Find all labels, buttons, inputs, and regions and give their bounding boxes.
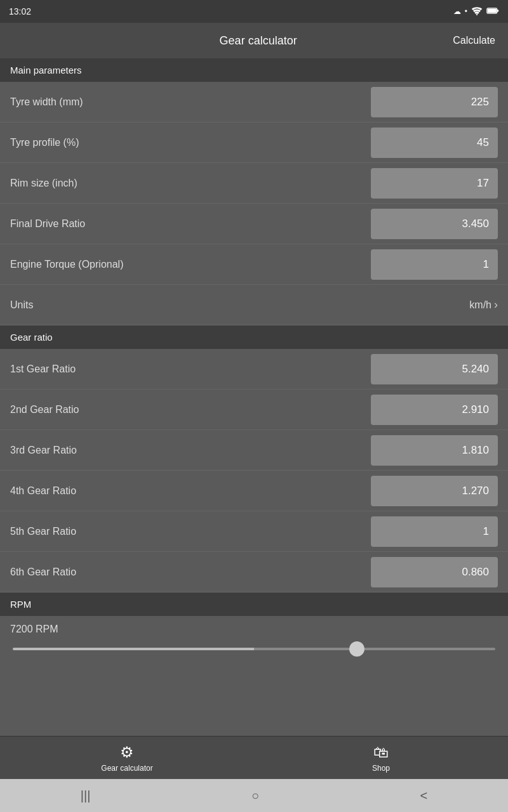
- gear-ratio-header: Gear ratio: [0, 325, 508, 349]
- rim-size-label: Rim size (inch): [10, 178, 371, 189]
- shop-icon: 🛍: [373, 743, 389, 761]
- rpm-slider-container: [10, 641, 498, 653]
- tyre-profile-input[interactable]: [371, 128, 498, 158]
- engine-torque-input[interactable]: [371, 249, 498, 280]
- gear-calc-icon: ⚙: [120, 743, 134, 761]
- rim-size-row: Rim size (inch): [0, 163, 508, 204]
- wifi-icon: [471, 6, 483, 17]
- svg-rect-2: [497, 10, 499, 11]
- gear-ratio-2-input[interactable]: [371, 395, 498, 425]
- engine-torque-row: Engine Torque (Oprional): [0, 244, 508, 285]
- final-drive-ratio-input[interactable]: [371, 209, 498, 239]
- nav-gear-calculator[interactable]: ⚙ Gear calculator: [0, 743, 254, 773]
- gear-ratio-1-row: 1st Gear Ratio: [0, 349, 508, 390]
- rpm-header: RPM: [0, 593, 508, 616]
- app-title: Gear calculator: [220, 34, 297, 48]
- gear-ratio-6-input[interactable]: [371, 557, 498, 587]
- bottom-nav: ⚙ Gear calculator 🛍 Shop: [0, 736, 508, 779]
- nav-back-button[interactable]: <: [408, 783, 441, 808]
- units-label: Units: [10, 299, 33, 311]
- svg-rect-3: [488, 8, 497, 13]
- gear-ratio-6-row: 6th Gear Ratio: [0, 552, 508, 593]
- gear-ratio-5-input[interactable]: [371, 516, 498, 547]
- gear-ratio-6-label: 6th Gear Ratio: [10, 566, 371, 578]
- nav-home-button[interactable]: ○: [239, 783, 272, 808]
- status-time: 13:02: [9, 6, 31, 16]
- nav-shop[interactable]: 🛍 Shop: [254, 743, 508, 773]
- cloud-icon: ☁: [453, 7, 461, 16]
- tyre-profile-label: Tyre profile (%): [10, 137, 371, 148]
- gear-ratio-4-label: 4th Gear Ratio: [10, 485, 371, 497]
- nav-menu-button[interactable]: |||: [68, 783, 104, 808]
- rpm-slider[interactable]: [13, 648, 495, 650]
- gear-ratio-4-row: 4th Gear Ratio: [0, 471, 508, 511]
- chevron-right-icon: ›: [494, 298, 498, 311]
- units-value-text: km/h: [469, 299, 491, 311]
- app-bar: Gear calculator Calculate: [0, 23, 508, 58]
- gear-ratio-5-row: 5th Gear Ratio: [0, 511, 508, 552]
- main-params-header: Main parameters: [0, 58, 508, 82]
- gear-ratio-1-label: 1st Gear Ratio: [10, 363, 371, 375]
- status-icons: ☁ •: [453, 6, 499, 17]
- tyre-width-label: Tyre width (mm): [10, 96, 371, 108]
- engine-torque-label: Engine Torque (Oprional): [10, 259, 371, 270]
- rpm-value-text: 7200 RPM: [10, 624, 498, 635]
- units-selector[interactable]: km/h ›: [469, 298, 498, 311]
- system-nav-bar: ||| ○ <: [0, 779, 508, 812]
- gear-ratio-1-input[interactable]: [371, 354, 498, 384]
- svg-point-0: [476, 13, 478, 15]
- rim-size-input[interactable]: [371, 168, 498, 199]
- gear-ratio-3-row: 3rd Gear Ratio: [0, 430, 508, 471]
- tyre-profile-row: Tyre profile (%): [0, 122, 508, 163]
- gear-ratio-3-label: 3rd Gear Ratio: [10, 445, 371, 456]
- gear-ratio-2-label: 2nd Gear Ratio: [10, 404, 371, 416]
- nav-gear-label: Gear calculator: [101, 764, 152, 773]
- scroll-area: Main parameters Tyre width (mm) Tyre pro…: [0, 58, 508, 736]
- status-bar: 13:02 ☁ •: [0, 0, 508, 23]
- gear-ratio-2-row: 2nd Gear Ratio: [0, 390, 508, 430]
- gear-ratio-4-input[interactable]: [371, 476, 498, 506]
- final-drive-ratio-label: Final Drive Ratio: [10, 218, 371, 230]
- units-row[interactable]: Units km/h ›: [0, 285, 508, 325]
- final-drive-ratio-row: Final Drive Ratio: [0, 204, 508, 244]
- gear-ratio-5-label: 5th Gear Ratio: [10, 526, 371, 537]
- nav-shop-label: Shop: [372, 764, 390, 773]
- gear-ratio-3-input[interactable]: [371, 435, 498, 466]
- tyre-width-row: Tyre width (mm): [0, 82, 508, 122]
- tyre-width-input[interactable]: [371, 87, 498, 117]
- battery-icon: [486, 7, 499, 16]
- sync-icon: •: [465, 7, 467, 16]
- calculate-button[interactable]: Calculate: [453, 35, 495, 46]
- rpm-section: 7200 RPM: [0, 616, 508, 658]
